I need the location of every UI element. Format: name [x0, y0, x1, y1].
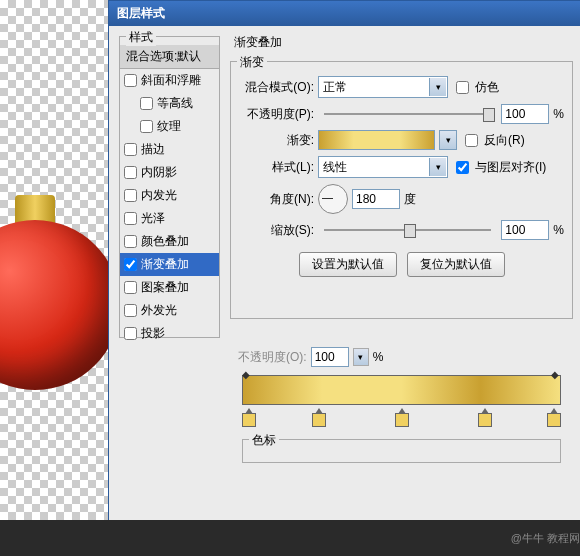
opacity-label: 不透明度(P): — [239, 106, 314, 123]
style-checkbox[interactable] — [124, 166, 137, 179]
gradient-picker-arrow[interactable] — [439, 130, 457, 150]
scale-label: 缩放(S): — [239, 222, 314, 239]
gradient-group-title: 渐变 — [237, 54, 267, 71]
percent-label: % — [553, 107, 564, 121]
dialog-titlebar[interactable]: 图层样式 — [109, 1, 580, 26]
opacity-label-2: 不透明度(O): — [238, 349, 307, 366]
style-item-光泽[interactable]: 光泽 — [120, 207, 219, 230]
style-item-label: 等高线 — [157, 95, 193, 112]
style-checkbox[interactable] — [124, 327, 137, 340]
opacity-stop[interactable] — [551, 367, 561, 377]
gradient-preview[interactable] — [318, 130, 435, 150]
style-item-描边[interactable]: 描边 — [120, 138, 219, 161]
style-item-斜面和浮雕[interactable]: 斜面和浮雕 — [120, 69, 219, 92]
color-stop[interactable] — [547, 413, 561, 427]
blending-options-header[interactable]: 混合选项:默认 — [120, 45, 219, 69]
style-item-label: 颜色叠加 — [141, 233, 189, 250]
chevron-down-icon[interactable] — [429, 78, 446, 96]
color-stop[interactable] — [242, 413, 256, 427]
angle-input[interactable] — [352, 189, 400, 209]
style-checkbox[interactable] — [124, 304, 137, 317]
slider-thumb[interactable] — [404, 224, 416, 238]
opacity-input-2[interactable] — [311, 347, 349, 367]
angle-label: 角度(N): — [239, 191, 314, 208]
style-item-label: 渐变叠加 — [141, 256, 189, 273]
color-stop-title: 色标 — [249, 432, 279, 449]
color-stop[interactable] — [395, 413, 409, 427]
style-checkbox[interactable] — [124, 258, 137, 271]
gradient-editor[interactable] — [242, 375, 561, 435]
style-item-内发光[interactable]: 内发光 — [120, 184, 219, 207]
reset-default-button[interactable]: 复位为默认值 — [407, 252, 505, 277]
percent-label: % — [373, 350, 384, 364]
footer-bar: @牛牛 教程网 — [0, 520, 580, 556]
style-item-label: 外发光 — [141, 302, 177, 319]
style-checkbox[interactable] — [124, 235, 137, 248]
style-item-label: 图案叠加 — [141, 279, 189, 296]
style-item-外发光[interactable]: 外发光 — [120, 299, 219, 322]
style-item-投影[interactable]: 投影 — [120, 322, 219, 345]
style-checkbox[interactable] — [140, 120, 153, 133]
section-title: 渐变叠加 — [234, 34, 573, 51]
style-item-label: 内阴影 — [141, 164, 177, 181]
slider-thumb[interactable] — [483, 108, 495, 122]
settings-panel: 渐变叠加 渐变 混合模式(O): 正常 仿色 不透明度(P): % 渐变: — [222, 34, 573, 524]
layer-style-dialog: 图层样式 样式 混合选项:默认 斜面和浮雕等高线纹理描边内阴影内发光光泽颜色叠加… — [108, 0, 580, 522]
gradient-group: 渐变 混合模式(O): 正常 仿色 不透明度(P): % 渐变: 反向(R) — [230, 61, 573, 319]
style-checkbox[interactable] — [124, 143, 137, 156]
style-checkbox[interactable] — [124, 74, 137, 87]
reverse-checkbox[interactable]: 反向(R) — [461, 131, 525, 150]
style-item-label: 内发光 — [141, 187, 177, 204]
style-checkbox[interactable] — [124, 212, 137, 225]
gradient-label: 渐变: — [239, 132, 314, 149]
styles-group: 样式 混合选项:默认 斜面和浮雕等高线纹理描边内阴影内发光光泽颜色叠加渐变叠加图… — [119, 36, 220, 338]
blend-mode-label: 混合模式(O): — [239, 79, 314, 96]
style-checkbox[interactable] — [124, 281, 137, 294]
set-default-button[interactable]: 设置为默认值 — [299, 252, 397, 277]
style-item-内阴影[interactable]: 内阴影 — [120, 161, 219, 184]
dither-checkbox[interactable]: 仿色 — [452, 78, 499, 97]
styles-list-panel: 样式 混合选项:默认 斜面和浮雕等高线纹理描边内阴影内发光光泽颜色叠加渐变叠加图… — [117, 34, 222, 524]
align-checkbox[interactable]: 与图层对齐(I) — [452, 158, 546, 177]
style-item-颜色叠加[interactable]: 颜色叠加 — [120, 230, 219, 253]
style-item-label: 斜面和浮雕 — [141, 72, 201, 89]
chevron-down-icon[interactable] — [429, 158, 446, 176]
style-item-label: 投影 — [141, 325, 165, 342]
styles-group-title: 样式 — [126, 29, 156, 46]
style-item-渐变叠加[interactable]: 渐变叠加 — [120, 253, 219, 276]
watermark-text: @牛牛 教程网 — [511, 531, 580, 546]
opacity-input[interactable] — [501, 104, 549, 124]
style-item-图案叠加[interactable]: 图案叠加 — [120, 276, 219, 299]
angle-dial[interactable] — [318, 184, 348, 214]
style-checkbox[interactable] — [140, 97, 153, 110]
opacity-stepper[interactable] — [353, 348, 369, 366]
color-stop[interactable] — [478, 413, 492, 427]
style-item-纹理[interactable]: 纹理 — [120, 115, 219, 138]
style-item-label: 光泽 — [141, 210, 165, 227]
color-stop-group: 色标 — [242, 439, 561, 463]
opacity-slider[interactable] — [324, 113, 491, 115]
style-checkbox[interactable] — [124, 189, 137, 202]
style-select[interactable]: 线性 — [318, 156, 448, 178]
percent-label: % — [553, 223, 564, 237]
opacity-stop[interactable] — [242, 367, 252, 377]
style-item-等高线[interactable]: 等高线 — [120, 92, 219, 115]
degree-label: 度 — [404, 191, 416, 208]
gradient-editor-section: 不透明度(O): % 色标 — [230, 339, 573, 475]
style-item-label: 纹理 — [157, 118, 181, 135]
style-label: 样式(L): — [239, 159, 314, 176]
scale-input[interactable] — [501, 220, 549, 240]
color-stop[interactable] — [312, 413, 326, 427]
gradient-bar[interactable] — [242, 375, 561, 405]
scale-slider[interactable] — [324, 229, 491, 231]
blend-mode-select[interactable]: 正常 — [318, 76, 448, 98]
style-item-label: 描边 — [141, 141, 165, 158]
